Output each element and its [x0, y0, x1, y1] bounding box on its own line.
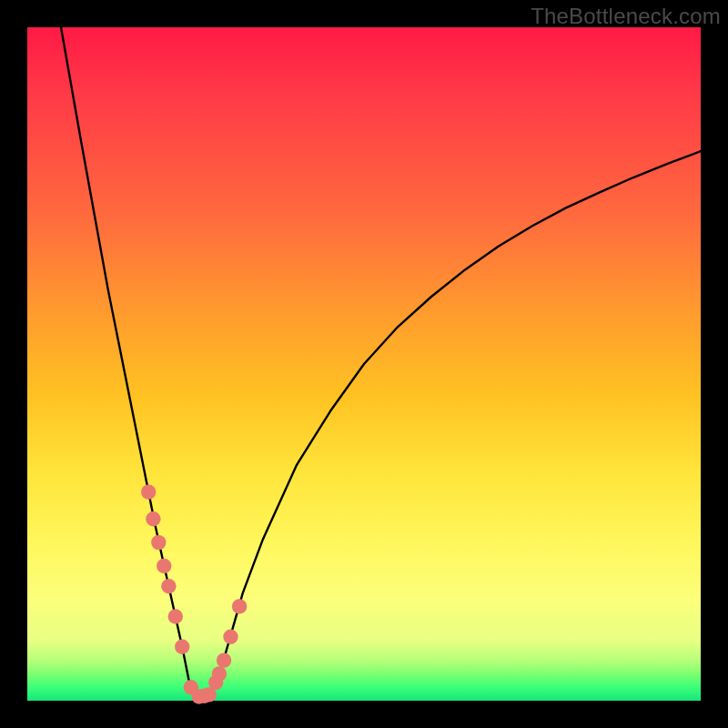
curve-marker	[223, 630, 238, 644]
curve-marker	[168, 609, 183, 623]
curve-marker	[141, 484, 156, 499]
watermark-text: TheBottleneck.com	[531, 4, 721, 29]
bottleneck-curve	[61, 27, 701, 697]
curve-marker	[232, 599, 247, 613]
curve-marker	[212, 666, 227, 681]
curve-marker	[217, 652, 231, 667]
curve-marker	[146, 511, 160, 526]
curve-marker	[161, 579, 176, 593]
curve-marker	[157, 559, 171, 573]
curve-layer	[27, 27, 701, 701]
marker-group	[141, 484, 247, 703]
curve-marker	[151, 535, 166, 550]
curve-marker	[175, 640, 189, 654]
chart-frame: TheBottleneck.com	[0, 0, 728, 728]
